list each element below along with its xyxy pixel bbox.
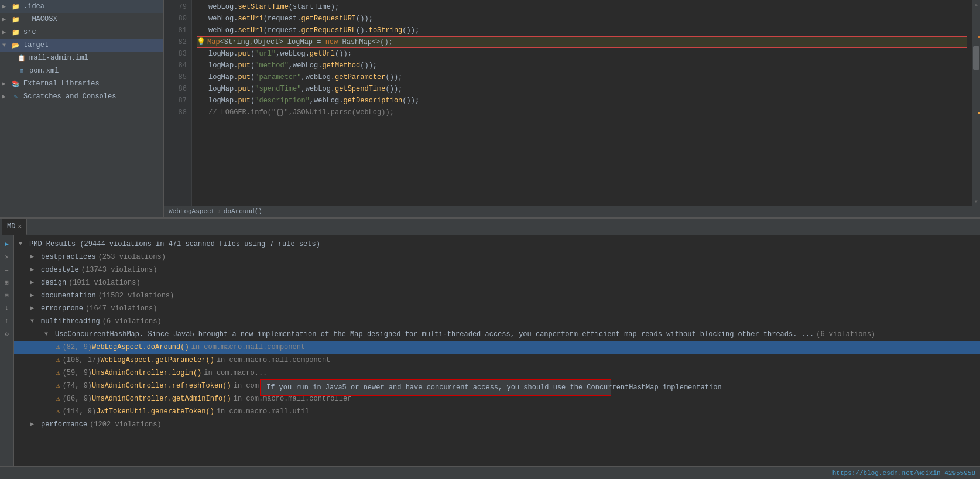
code-line-87: logMap.put("description",webLog.getDescr… [197,95,967,107]
pmd-root-item[interactable]: ▼ PMD Results (29444 violations in 471 s… [14,238,980,251]
scroll-up-arrow[interactable]: ▲ [972,0,981,8]
method-name: UmsAdminController.getAdminInfo() [92,394,231,404]
breadcrumb-method: doAround() [224,208,262,215]
folder-icon: 📁 [11,14,21,25]
breadcrumb-bar: WebLogAspect › doAround() [164,206,980,217]
tab-pmd[interactable]: MD ✕ [2,219,27,235]
category-name: design [41,278,66,288]
sidebar-item-label: target [23,41,49,49]
status-link[interactable]: https://blog.csdn.net/weixin_42955958 [832,470,975,477]
category-name: documentation [41,290,96,301]
scroll-thumb[interactable] [973,46,979,70]
sidebar-item-label: Scratches and Consoles [23,93,116,101]
collapse-icon[interactable]: ⊟ [1,289,13,301]
category-name: multithreading [41,316,100,327]
code-line-84: logMap.put("method",webLog.getMethod()); [197,60,967,71]
sidebar-item-target[interactable]: ▼ 📂 target [0,39,163,52]
category-documentation[interactable]: ▶ documentation (11582 violations) [14,289,980,302]
scratches-icon: ✎ [11,91,21,102]
method-name: WebLogAspect.doAround() [92,342,189,353]
sidebar-item-scratches[interactable]: ▶ ✎ Scratches and Consoles [0,90,163,103]
pmd-root-label: PMD Results (29444 violations in 471 sca… [29,239,320,249]
sidebar-item-label: .idea [23,2,44,11]
tab-close-button[interactable]: ✕ [18,223,22,230]
rule-count: (6 violations) [816,329,875,340]
scroll-down-arrow[interactable]: ▼ [972,197,981,206]
code-line-81: webLog.setUrl(request.getRequestURL().to… [197,25,967,36]
tab-label: MD [7,223,15,231]
settings-icon[interactable]: ⚙ [1,328,13,340]
category-multithreading[interactable]: ▼ multithreading (6 violations) [14,315,980,328]
category-errorprone[interactable]: ▶ errorprone (1647 violations) [14,302,980,315]
line-col: (114, 9) [63,406,97,417]
arrow-right-icon: ▶ [30,303,39,314]
warning-icon: ⚠ [56,342,60,353]
sidebar-item-macosx[interactable]: ▶ 📁 __MACOSX [0,13,163,26]
arrow-down-icon: ▼ [30,316,39,327]
category-count: (1202 violations) [90,419,161,430]
violation-item-1[interactable]: ⚠ (82, 9) WebLogAspect.doAround() in com… [14,341,980,354]
sidebar-item-label: src [23,28,36,36]
pkg-name: in com.macro.mall.component [217,355,330,365]
expand-icon[interactable]: ⊞ [1,276,13,288]
method-name: UmsAdminController.refreshToken() [92,381,231,391]
line-col: (108, 17) [63,355,101,365]
sidebar-item-idea[interactable]: ▶ 📁 .idea [0,0,163,13]
method-name: UmsAdminController.login() [92,368,201,378]
tooltip-box: If you run in Java5 or newer and have co… [260,379,611,396]
pkg-name: in com.macro.mall.util [217,406,309,417]
pkg-name: in com.macro... [204,368,267,378]
sidebar-item-iml[interactable]: 📋 mall-admin.iml [0,52,163,64]
rule-useconcurrenthashmap[interactable]: ▼ UseConcurrentHashMap. Since Java5 brou… [14,328,980,341]
run-icon[interactable]: ▶ [1,238,13,249]
close-icon[interactable]: ✕ [1,251,13,262]
folder-icon: 📁 [11,27,21,37]
status-bar: https://blog.csdn.net/weixin_42955958 [0,466,980,479]
warning-icon: ⚠ [56,394,60,404]
code-content[interactable]: webLog.setStartTime(startTime); webLog.s… [192,0,972,206]
code-scrollbar[interactable]: ▲ ▼ [972,0,980,206]
violation-item-2[interactable]: ⚠ (108, 17) WebLogAspect.getParameter() … [14,354,980,367]
category-count: (11582 violations) [98,290,174,301]
sidebar-item-label: pom.xml [29,67,59,75]
up-arrow-icon[interactable]: ↑ [1,315,13,327]
category-count: (1647 violations) [85,303,157,314]
down-arrow-icon[interactable]: ↓ [1,302,13,314]
category-name: errorprone [41,303,83,314]
violation-item-6[interactable]: ⚠ (114, 9) JwtTokenUtil.generateToken() … [14,405,980,418]
results-tree[interactable]: ▼ PMD Results (29444 violations in 471 s… [14,235,980,466]
method-name: JwtTokenUtil.generateToken() [96,406,214,417]
bulb-icon: 💡 [197,36,206,48]
scroll-track[interactable] [972,8,980,197]
category-count: (1011 violations) [68,278,140,288]
file-iml-icon: 📋 [16,53,27,63]
warning-icon: ⚠ [56,355,60,365]
warning-icon: ⚠ [56,381,60,391]
pkg-name: in com.macro.mall.component [191,342,305,353]
code-line-80: webLog.setUri(request.getRequestURI()); [197,13,967,25]
sidebar-item-external-libraries[interactable]: ▶ 📚 External Libraries [0,77,163,90]
category-performance[interactable]: ▶ performance (1202 violations) [14,418,980,431]
sidebar-item-label: mall-admin.iml [29,54,88,62]
category-codestyle[interactable]: ▶ codestyle (13743 violations) [14,264,980,276]
line-col: (74, 9) [63,381,92,391]
code-editor: 79 80 81 82 83 84 85 86 87 88 webLog.set… [164,0,980,217]
line-numbers: 79 80 81 82 83 84 85 86 87 88 [164,0,192,206]
violation-item-3[interactable]: ⚠ (59, 9) UmsAdminController.login() in … [14,367,980,379]
results-panel: ▼ PMD Results (29444 violations in 471 s… [14,235,980,466]
arrow-icon: ▶ [2,3,11,10]
filter-icon[interactable]: ≡ [1,264,13,275]
bottom-pane: MD ✕ ▶ ✕ ≡ ⊞ ⊟ ↓ ↑ ⚙ ▼ PMD Results (2944… [0,219,980,466]
arrow-icon: ▶ [2,80,11,87]
category-count: (13743 violations) [81,265,157,275]
sidebar-item-src[interactable]: ▶ 📁 src [0,26,163,39]
category-design[interactable]: ▶ design (1011 violations) [14,276,980,289]
arrow-right-icon: ▶ [30,278,39,288]
arrow-icon: ▶ [2,16,11,23]
code-line-85: logMap.put("parameter",webLog.getParamet… [197,71,967,83]
sidebar-item-pom[interactable]: m pom.xml [0,64,163,77]
method-name: WebLogAspect.getParameter() [100,355,214,365]
category-count: (6 violations) [102,316,162,327]
category-bestpractices[interactable]: ▶ bestpractices (253 violations) [14,251,980,264]
code-line-82: 💡 Map<String,Object> logMap = new HashMa… [197,36,967,48]
